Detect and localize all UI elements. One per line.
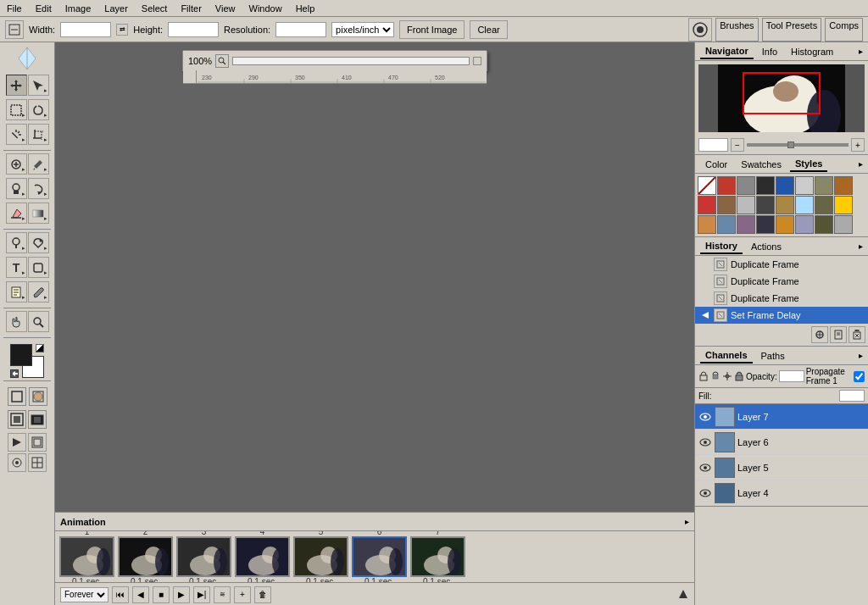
swatch-2[interactable] bbox=[737, 176, 755, 195]
swatch-4[interactable] bbox=[776, 176, 794, 195]
swatch-16[interactable] bbox=[698, 215, 716, 234]
pen-tool[interactable]: ▸ bbox=[28, 232, 49, 253]
swatch-13[interactable] bbox=[795, 196, 814, 214]
swatch-18[interactable] bbox=[737, 215, 755, 234]
step-forward-button[interactable]: ▶| bbox=[193, 586, 210, 603]
rewind-button[interactable]: ⏮ bbox=[112, 586, 129, 603]
zoom-icon[interactable] bbox=[215, 54, 229, 68]
animation-frame-1[interactable]: 20,1 sec. bbox=[118, 531, 173, 582]
height-input[interactable] bbox=[168, 22, 219, 37]
zoom-slider[interactable] bbox=[747, 143, 849, 147]
history-item-3[interactable]: Set Frame Delay bbox=[695, 307, 868, 324]
navigator-tab[interactable]: Navigator bbox=[700, 44, 754, 59]
color-tab[interactable]: Color bbox=[700, 158, 732, 171]
swatch-14[interactable] bbox=[815, 196, 833, 214]
tween-button[interactable]: ≋ bbox=[214, 586, 231, 603]
crop-tool[interactable]: ▸ bbox=[28, 124, 49, 145]
menu-select[interactable]: Select bbox=[138, 3, 171, 14]
history-panel-expand-icon[interactable]: ▸ bbox=[859, 241, 863, 251]
tool-presets-tab[interactable]: Tool Presets bbox=[762, 18, 822, 42]
history-item-1[interactable]: Duplicate Frame bbox=[695, 273, 868, 290]
menu-image[interactable]: Image bbox=[62, 3, 95, 14]
arrow-tool[interactable]: ▸ bbox=[28, 75, 49, 96]
swatch-11[interactable] bbox=[756, 196, 775, 214]
eraser-tool[interactable]: ▸ bbox=[6, 203, 27, 224]
swatch-0[interactable] bbox=[698, 176, 716, 195]
zoom-input[interactable]: 100% bbox=[698, 138, 728, 152]
clone-stamp-tool[interactable]: ▸ bbox=[6, 178, 27, 199]
swatch-3[interactable] bbox=[756, 176, 775, 195]
swatch-23[interactable] bbox=[834, 215, 853, 234]
forward-tool[interactable] bbox=[8, 433, 26, 452]
swatch-10[interactable] bbox=[737, 196, 755, 214]
stop-button[interactable]: ■ bbox=[153, 586, 170, 603]
swatch-17[interactable] bbox=[717, 215, 736, 234]
history-tab[interactable]: History bbox=[700, 239, 743, 254]
swatch-19[interactable] bbox=[756, 215, 775, 234]
image-tools-2[interactable] bbox=[28, 433, 47, 452]
layer-visibility-3[interactable] bbox=[698, 486, 712, 500]
resolution-input[interactable] bbox=[275, 22, 326, 37]
channels-panel-expand-icon[interactable]: ▸ bbox=[859, 351, 863, 360]
channels-tab[interactable]: Channels bbox=[700, 348, 753, 364]
history-new-snapshot[interactable] bbox=[811, 326, 828, 343]
lasso-tool[interactable]: ▸ bbox=[28, 99, 49, 120]
swatch-8[interactable] bbox=[698, 196, 716, 214]
swatch-6[interactable] bbox=[815, 176, 833, 195]
actions-tab[interactable]: Actions bbox=[746, 240, 787, 253]
menu-layer[interactable]: Layer bbox=[101, 3, 131, 14]
info-tab[interactable]: Info bbox=[757, 45, 782, 58]
scroll-right[interactable] bbox=[473, 57, 481, 65]
opacity-input[interactable]: 100% bbox=[779, 370, 804, 382]
swatches-tab[interactable]: Swatches bbox=[736, 158, 787, 171]
new-frame-button[interactable]: + bbox=[234, 586, 251, 603]
tool-options-icon[interactable] bbox=[688, 18, 712, 42]
swap-colors[interactable] bbox=[10, 369, 19, 378]
history-create-doc[interactable] bbox=[830, 326, 847, 343]
comps-tab[interactable]: Comps bbox=[825, 18, 863, 42]
propagate-checkbox[interactable] bbox=[854, 371, 865, 382]
layer-visibility-1[interactable] bbox=[698, 436, 712, 449]
styles-tab[interactable]: Styles bbox=[790, 157, 827, 172]
front-image-button[interactable]: Front Image bbox=[399, 20, 465, 39]
navigator-expand-icon[interactable]: ▸ bbox=[859, 47, 863, 56]
animation-frame-0[interactable]: 10,1 sec. bbox=[59, 531, 114, 582]
menu-window[interactable]: Window bbox=[246, 3, 286, 14]
fill-input[interactable]: 100% bbox=[839, 390, 865, 402]
clear-button[interactable]: Clear bbox=[470, 20, 507, 39]
brushes-tab[interactable]: Brushes bbox=[715, 18, 758, 42]
animation-frame-2[interactable]: 30,1 sec. bbox=[176, 531, 231, 582]
menu-view[interactable]: View bbox=[212, 3, 239, 14]
swatch-21[interactable] bbox=[795, 215, 814, 234]
fg-bg-colors[interactable] bbox=[10, 344, 44, 378]
swatch-7[interactable] bbox=[834, 176, 853, 195]
scroll-indicator[interactable] bbox=[232, 57, 470, 65]
animation-frame-4[interactable]: 50,1 sec. bbox=[293, 531, 348, 582]
swatch-22[interactable] bbox=[815, 215, 833, 234]
animation-frame-6[interactable]: 70,1 sec. bbox=[410, 531, 465, 582]
history-item-2[interactable]: Duplicate Frame bbox=[695, 290, 868, 307]
hand-tool[interactable] bbox=[6, 311, 27, 332]
step-back-button[interactable]: ◀ bbox=[132, 586, 149, 603]
resolution-unit-select[interactable]: pixels/inch bbox=[331, 22, 394, 37]
reset-colors[interactable] bbox=[36, 344, 44, 352]
shape-tool[interactable]: ▸ bbox=[28, 257, 49, 278]
text-tool[interactable]: T ▸ bbox=[6, 257, 27, 278]
anim-panel-expand[interactable] bbox=[677, 588, 689, 602]
quick-mask-btn[interactable] bbox=[29, 387, 47, 406]
menu-filter[interactable]: Filter bbox=[177, 3, 204, 14]
layer-visibility-2[interactable] bbox=[698, 461, 712, 475]
layer-item-3[interactable]: Layer 4 bbox=[695, 480, 868, 506]
color-panel-expand-icon[interactable]: ▸ bbox=[859, 159, 863, 169]
screen-mode-standard[interactable] bbox=[8, 410, 26, 429]
history-item-0[interactable]: Duplicate Frame bbox=[695, 256, 868, 273]
delete-frame-button[interactable]: 🗑 bbox=[254, 586, 271, 603]
layer-item-2[interactable]: Layer 5 bbox=[695, 455, 868, 480]
menu-help[interactable]: Help bbox=[292, 3, 319, 14]
layer-item-0[interactable]: Layer 7 bbox=[695, 404, 868, 430]
gradient-tool[interactable]: ▸ bbox=[28, 203, 49, 224]
swatch-1[interactable] bbox=[717, 176, 736, 195]
zoom-slider-thumb[interactable] bbox=[787, 142, 794, 148]
history-brush-tool[interactable]: ▸ bbox=[28, 178, 49, 199]
layer-visibility-0[interactable] bbox=[698, 410, 712, 424]
